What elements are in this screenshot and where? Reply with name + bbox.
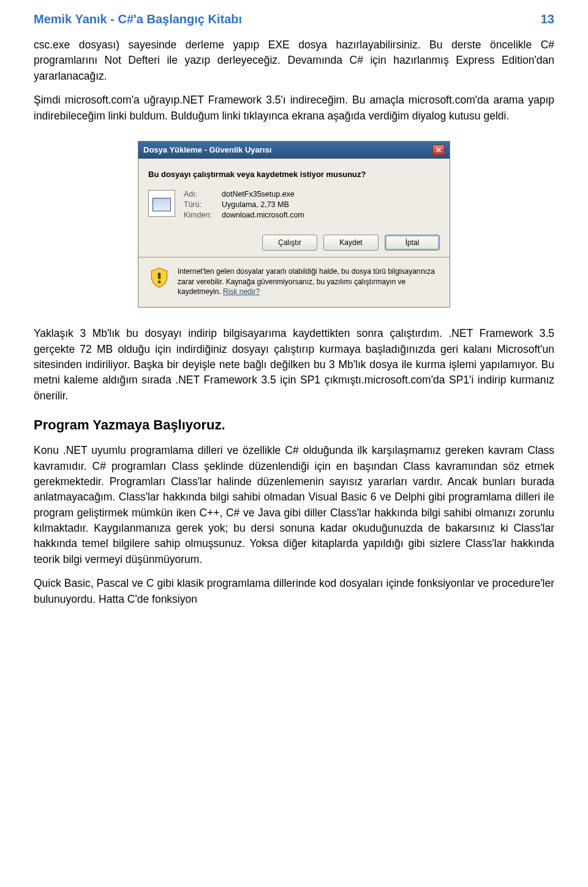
body-paragraph-1: csc.exe dosyası) sayesinde derleme yapıp… [34,37,554,84]
book-title: Memik Yanık - C#'a Başlangıç Kitabı [34,12,242,26]
run-button[interactable]: Çalıştır [262,235,317,251]
close-button[interactable]: ✕ [432,145,445,156]
dialog-file-info: Adı: dotNetFx35setup.exe Türü: Uygulama,… [148,190,440,221]
cancel-button[interactable]: İptal [385,235,440,251]
close-icon: ✕ [435,146,442,154]
file-from-value: download.microsoft.com [222,211,304,219]
svg-point-1 [158,281,161,284]
body-paragraph-2: Şimdi microsoft.com'a uğrayıp.NET Framew… [34,92,554,124]
page-header: Memik Yanık - C#'a Başlangıç Kitabı 13 [34,12,554,26]
body-paragraph-5: Quick Basic, Pascal ve C gibi klasik pro… [34,576,554,607]
shield-icon [148,266,170,289]
svg-rect-0 [158,273,161,279]
save-button[interactable]: Kaydet [323,235,379,251]
dialog-container: Dosya Yükleme - Güvenlik Uyarısı ✕ Bu do… [34,141,554,308]
body-paragraph-3: Yaklaşık 3 Mb'lık bu dosyayı indirip bil… [34,326,554,404]
section-heading: Program Yazmaya Başlıyoruz. [34,417,554,433]
security-warning-dialog: Dosya Yükleme - Güvenlik Uyarısı ✕ Bu do… [138,141,450,308]
dialog-title: Dosya Yükleme - Güvenlik Uyarısı [143,145,271,154]
dialog-warning-text: Internet'ten gelen dosyalar yararlı olab… [178,266,440,297]
dialog-titlebar: Dosya Yükleme - Güvenlik Uyarısı ✕ [138,142,450,159]
dialog-divider [138,257,450,258]
file-name-value: dotNetFx35setup.exe [222,190,304,198]
page-number: 13 [541,12,554,26]
dialog-body: Bu dosyayı çalıştırmak veya kaydetmek is… [138,159,450,307]
dialog-file-metadata: Adı: dotNetFx35setup.exe Türü: Uygulama,… [184,190,304,221]
dialog-button-row: Çalıştır Kaydet İptal [148,235,440,251]
file-from-label: Kimden: [184,211,219,219]
file-name-label: Adı: [184,190,219,198]
warning-message: Internet'ten gelen dosyalar yararlı olab… [178,267,435,296]
file-type-label: Türü: [184,200,219,209]
body-paragraph-4: Konu .NET uyumlu programlama dilleri ve … [34,443,554,567]
dialog-question: Bu dosyayı çalıştırmak veya kaydetmek is… [148,170,440,179]
dialog-warning-row: Internet'ten gelen dosyalar yararlı olab… [148,266,440,297]
risk-link[interactable]: Risk nedir? [223,287,260,296]
file-type-value: Uygulama, 2,73 MB [222,200,304,209]
application-icon [148,190,175,217]
